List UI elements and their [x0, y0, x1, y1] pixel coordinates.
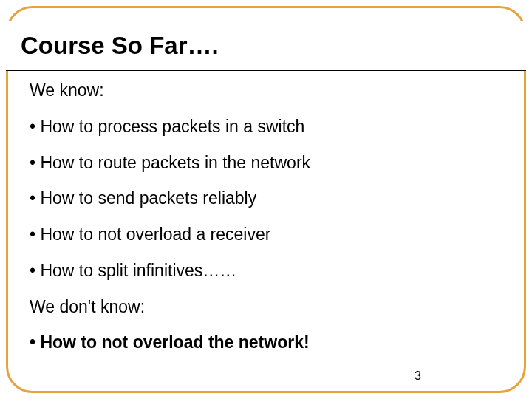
- slide-title: Course So Far….: [21, 32, 219, 60]
- body-line: • How to route packets in the network: [30, 152, 502, 174]
- body-line-emphasis: • How to not overload the network!: [30, 332, 502, 353]
- body-line: We don't know:: [30, 296, 502, 318]
- body-line: • How to send packets reliably: [30, 188, 502, 209]
- body-line: • How to split infinitives……: [30, 260, 502, 282]
- page-number: 3: [415, 369, 421, 383]
- body-line: We know:: [30, 80, 502, 101]
- slide: Course So Far…. We know: • How to proces…: [0, 0, 532, 399]
- title-bar: Course So Far….: [6, 21, 526, 71]
- body-line: • How to process packets in a switch: [30, 116, 502, 137]
- slide-body: We know: • How to process packets in a s…: [30, 80, 502, 369]
- body-line: • How to not overload a receiver: [30, 224, 502, 245]
